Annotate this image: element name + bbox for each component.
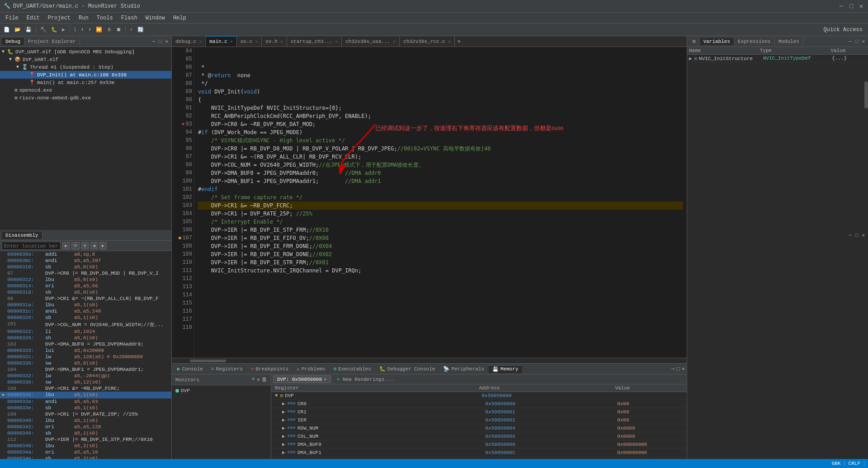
- tab-ov-c-close[interactable]: ✕: [255, 39, 258, 44]
- monitors-clear-btn[interactable]: 🗑: [262, 376, 267, 383]
- vars-row-nvic[interactable]: ▶ ⊞ NVIC_InitStructure NVIC_InitTypeDef …: [687, 55, 868, 63]
- tab-overflow-btn[interactable]: »: [455, 38, 463, 45]
- disasm-row-5[interactable]: 00000314:oria5,a5,66: [0, 283, 171, 289]
- tab-executables[interactable]: ⚙Executables: [330, 365, 375, 373]
- disasm-row-6[interactable]: 00000318:sba5,0(s0): [0, 289, 171, 295]
- monitors-remove-btn[interactable]: ✕: [257, 376, 260, 383]
- expand-dma_buf1[interactable]: ▶: [282, 449, 288, 455]
- dvp-tab-close[interactable]: ✕: [324, 376, 327, 382]
- disasm-row-9[interactable]: 0000031c:andia5,a5,249: [0, 308, 171, 314]
- menu-project[interactable]: Project: [44, 14, 74, 22]
- vars-maximize-btn[interactable]: □: [854, 38, 860, 45]
- project-explorer-tab[interactable]: Project Explorer: [24, 38, 80, 45]
- tab-peripherals[interactable]: 📡Peripherals: [439, 365, 488, 373]
- maximize-button[interactable]: □: [848, 3, 854, 9]
- disasm-row-11[interactable]: 101DVP->COL_NUM = OV2640_JPEG_WIDTH;//在.…: [0, 321, 171, 328]
- code-content-scroll[interactable]: * * @return none */void DVP_Init(void){ …: [194, 47, 687, 358]
- disasm-tab[interactable]: Disassembly: [2, 232, 42, 239]
- menu-edit[interactable]: Edit: [23, 14, 43, 22]
- new-file-btn[interactable]: 📄: [2, 26, 12, 33]
- dvp-subtab[interactable]: DVP: 0x50050000 ✕: [273, 375, 331, 383]
- openocd-item[interactable]: ⚙ openocd.exe: [0, 86, 171, 94]
- disasm-settings-btn[interactable]: ⚙: [81, 242, 89, 249]
- reset-btn[interactable]: 🔄: [136, 26, 146, 33]
- tab-ch32rcc[interactable]: ch32v30x_rcc.c ✕: [400, 36, 454, 47]
- mem-row-dma_buf0[interactable]: ▶ ≡≡≡ DMA_BUF0 0x50050008 0x00000000: [271, 440, 687, 449]
- disasm-minimize-btn[interactable]: ─: [847, 232, 853, 239]
- disasm-row-14[interactable]: 103DVP->DMA_BUF0 = JPEG_DVPDMAaddr0;: [0, 341, 171, 347]
- disasm-go-btn[interactable]: ▶: [62, 242, 70, 249]
- tab-startup-close[interactable]: ✕: [335, 39, 338, 44]
- tab-ov-h-close[interactable]: ✕: [280, 39, 283, 44]
- debug-btn[interactable]: 🐛: [49, 26, 59, 33]
- tab-registers[interactable]: ≡Registers: [208, 365, 246, 373]
- expand-dma_buf0[interactable]: ▶: [282, 441, 288, 447]
- minimize-panel-btn[interactable]: ─: [151, 38, 156, 45]
- disasm-row-26[interactable]: 00000340:lbua5,1(s0): [0, 417, 171, 424]
- disasm-row-17[interactable]: 00000330:swa5,8(s0): [0, 360, 171, 366]
- tab-breakpoints[interactable]: ●Breakpoints: [247, 365, 292, 373]
- step-over-btn[interactable]: ⤵: [72, 26, 78, 33]
- menu-file[interactable]: File: [2, 14, 22, 22]
- code-hscrollbar[interactable]: [172, 358, 687, 363]
- vars-expand-nvic[interactable]: ▶: [689, 56, 694, 61]
- mem-row-row_num[interactable]: ▶ ≡≡≡ ROW_NUM 0x50050004 0x0000: [271, 424, 687, 432]
- expand-dvp[interactable]: ▼: [275, 393, 280, 398]
- menu-flash[interactable]: Flash: [118, 14, 141, 22]
- disasm-row-24[interactable]: 0000033e:sba5,1(s0): [0, 405, 171, 411]
- new-renderings-btn[interactable]: + New Renderings...: [333, 376, 397, 383]
- disasm-row-3[interactable]: 97DVP->CR0 |= RB_DVP_D8_MOD | RB_DVP_V_I: [0, 270, 171, 276]
- expand-cr1[interactable]: ▶: [282, 409, 288, 415]
- disasm-row-12[interactable]: 00000322:lia5,1024: [0, 328, 171, 335]
- monitors-add-btn[interactable]: +: [252, 376, 255, 383]
- disasm-row-13[interactable]: 00000326:sha5,6(s0): [0, 335, 171, 341]
- mem-row-cr1[interactable]: ▶ ≡≡≡ CR1 0x50050001 0x00: [271, 408, 687, 416]
- tab-debug-c-close[interactable]: ✕: [199, 39, 202, 44]
- disasm-row-16[interactable]: 0000032c:lwa5,128(a5) # 0x20000080: [0, 354, 171, 360]
- tab-problems[interactable]: ⚠Problems: [293, 365, 329, 373]
- disasm-row-25[interactable]: 109DVP->CR1 |= DVP_RATE_25P; //25%: [0, 411, 171, 417]
- menu-window[interactable]: Window: [142, 14, 169, 22]
- step-into-btn[interactable]: ⬇: [79, 26, 86, 33]
- suspend-btn[interactable]: ⏸: [105, 26, 113, 33]
- tab-main-c-close[interactable]: ✕: [230, 39, 233, 44]
- debug-elf-item[interactable]: ▼ 📦 DVP_UART.elf: [0, 56, 171, 63]
- disasm-prev-btn[interactable]: ◀: [90, 242, 98, 249]
- tab-ch32rcc-close[interactable]: ✕: [448, 39, 451, 44]
- mem-row-ier[interactable]: ▶ ≡≡≡ IER 0x50050002 0x00: [271, 416, 687, 424]
- step-return-btn[interactable]: ⬆: [86, 26, 93, 33]
- mem-row-col_num[interactable]: ▶ ≡≡≡ COL_NUM 0x50050006 0x0000: [271, 432, 687, 440]
- location-input[interactable]: [2, 242, 61, 250]
- disasm-next-btn[interactable]: ▶: [99, 242, 107, 249]
- disasm-refresh-btn[interactable]: ⟳: [71, 242, 80, 249]
- tab-debugger-console[interactable]: 🐛Debugger Console: [376, 365, 439, 373]
- mem-row-dvp[interactable]: ▼ ⊞ DVP 0x50050000: [271, 392, 687, 400]
- frame0-item[interactable]: 📍 DVP_Init() at main.c:108 0x338: [0, 71, 171, 79]
- vars-scrollbar[interactable]: [864, 72, 868, 253]
- quick-access-button[interactable]: Quick Access: [820, 26, 866, 34]
- disasm-row-1[interactable]: 0000030c:andia5,a5,207: [0, 257, 171, 264]
- menu-help[interactable]: Help: [170, 14, 190, 22]
- vars-minimize-btn[interactable]: ─: [847, 38, 853, 45]
- mem-row-cr0[interactable]: ▶ ≡≡≡ CR0 0x50050000 0x00: [271, 400, 687, 408]
- gdb-item[interactable]: ⚙ riscv-none-embed-gdb.exe: [0, 94, 171, 102]
- maximize-panel-btn[interactable]: □: [157, 38, 163, 45]
- disasm-row-21[interactable]: 108DVP->CR1 &= ~RB_DVP_FCRC;: [0, 385, 171, 392]
- disasm-row-30[interactable]: 00000348:lbua5,2(s0): [0, 443, 171, 449]
- disasm-row-20[interactable]: 00000336:swa5,12(s0): [0, 379, 171, 385]
- disasm-maximize-btn[interactable]: □: [854, 232, 860, 239]
- flash-btn[interactable]: ⚡: [128, 26, 135, 33]
- tab-ch32usa[interactable]: ch32v30x_usa... ✕: [342, 36, 400, 47]
- tab-ch32usa-close[interactable]: ✕: [393, 39, 396, 44]
- tab-ov-c[interactable]: ov.c ✕: [237, 36, 262, 47]
- build-btn[interactable]: 🔨: [38, 26, 48, 33]
- disasm-row-18[interactable]: 104DVP->DMA_BUF1 = JPEG_DVPDMAaddr1;: [0, 366, 171, 373]
- run-btn[interactable]: ▶: [60, 26, 67, 33]
- mem-row-dma_buf1[interactable]: ▶ ≡≡≡ DMA_BUF1 0x5005000C 0x00000000: [271, 449, 687, 457]
- vars-close-btn[interactable]: ✕: [860, 38, 866, 45]
- disasm-row-4[interactable]: 00000312:lbua5,0(s0): [0, 276, 171, 283]
- disasm-row-15[interactable]: 00000328:luia5,0x20000: [0, 347, 171, 354]
- scrollbar-thumb[interactable]: [190, 360, 226, 362]
- bottom-panel-minimize-btn[interactable]: ─: [671, 366, 675, 372]
- disasm-row-23[interactable]: 0000033a:andia5,a5,63: [0, 398, 171, 405]
